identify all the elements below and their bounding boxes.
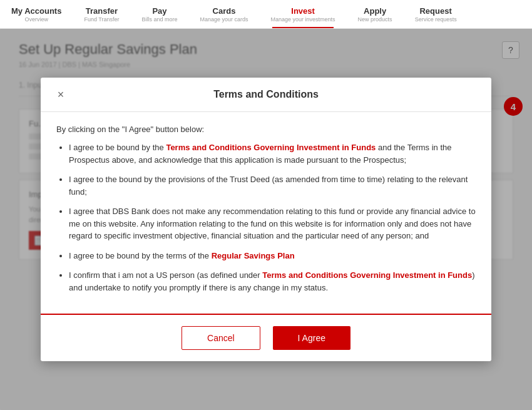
modal-title: Terms and Conditions xyxy=(213,89,319,100)
modal-intro: By clicking on the "I Agree" button belo… xyxy=(56,125,476,134)
modal-footer: Cancel I Agree xyxy=(41,314,491,361)
terms-item-5: I confirm that i am not a US person (as … xyxy=(69,269,476,294)
modal-body: By clicking on the "I Agree" button belo… xyxy=(41,112,491,314)
nav-request[interactable]: Request Service requests xyxy=(404,0,468,28)
terms-link-1[interactable]: Terms and Conditions Governing Investmen… xyxy=(166,143,376,152)
nav-invest[interactable]: Invest Manage your investments xyxy=(260,0,347,28)
terms-item-1: I agree to be bound by the Terms and Con… xyxy=(69,141,476,166)
rsp-link[interactable]: Regular Savings Plan xyxy=(212,251,295,260)
terms-item-2: I agree to the bound by the provisions o… xyxy=(69,173,476,198)
terms-item-4: I agree to be bound by the terms of the … xyxy=(69,250,476,262)
cancel-button[interactable]: Cancel xyxy=(182,326,260,350)
nav-apply[interactable]: Apply New products xyxy=(347,0,404,28)
modal-close-button[interactable]: × xyxy=(53,87,68,102)
terms-modal: × Terms and Conditions By clicking on th… xyxy=(41,78,491,361)
nav-transfer[interactable]: Transfer Fund Transfer xyxy=(73,0,130,28)
modal-header: × Terms and Conditions xyxy=(41,78,491,112)
nav-pay[interactable]: Pay Bills and more xyxy=(130,0,188,28)
top-navigation: My Accounts Overview Transfer Fund Trans… xyxy=(0,0,532,29)
modal-overlay: × Terms and Conditions By clicking on th… xyxy=(0,29,532,410)
nav-my-accounts[interactable]: My Accounts Overview xyxy=(0,0,73,28)
terms-list: I agree to be bound by the Terms and Con… xyxy=(56,141,476,294)
terms-item-3: I agree that DBS Bank does not make any … xyxy=(69,205,476,242)
terms-link-2[interactable]: Terms and Conditions Governing Investmen… xyxy=(262,270,472,280)
nav-cards[interactable]: Cards Manage your cards xyxy=(188,0,259,28)
agree-button[interactable]: I Agree xyxy=(273,326,350,350)
